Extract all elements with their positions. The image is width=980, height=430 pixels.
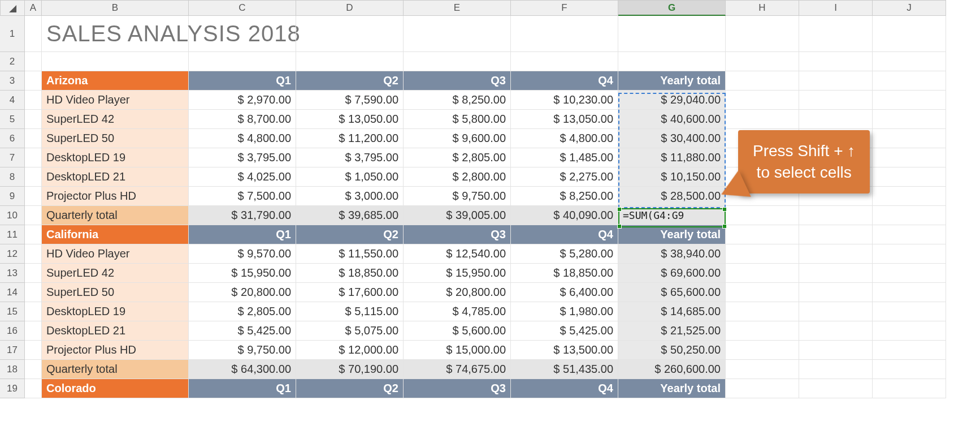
product-name[interactable]: DesktopLED 19 [42, 148, 189, 167]
cell-blank[interactable] [873, 302, 946, 321]
product-name[interactable]: HD Video Player [42, 91, 189, 110]
row-header-4[interactable]: 4 [0, 91, 25, 110]
cell-blank[interactable] [873, 187, 946, 206]
product-name[interactable]: Projector Plus HD [42, 187, 189, 206]
cell-blank[interactable] [726, 16, 799, 52]
q-header[interactable]: Q4 [511, 71, 618, 91]
cell-blank[interactable] [873, 341, 946, 360]
row-header-11[interactable]: 11 [0, 225, 25, 244]
cell-blank[interactable] [873, 16, 946, 52]
value-cell[interactable]: $ 3,000.00 [296, 187, 404, 206]
cell-blank[interactable] [873, 91, 946, 110]
cell-blank[interactable] [799, 16, 873, 52]
cell-blank[interactable] [799, 302, 873, 321]
value-cell[interactable]: $ 4,785.00 [404, 302, 511, 321]
value-cell[interactable]: $ 1,485.00 [511, 148, 618, 167]
yearly-total-header[interactable]: Yearly total [618, 379, 726, 398]
cell-blank[interactable] [873, 129, 946, 148]
cell-A5[interactable] [25, 110, 42, 129]
cell-A13[interactable] [25, 264, 42, 283]
formula-editing-cell[interactable]: =SUM(G4:G9 [618, 206, 726, 225]
product-name[interactable]: SuperLED 42 [42, 110, 189, 129]
page-title[interactable]: SALES ANALYSIS 2018 [42, 16, 189, 52]
cell-blank[interactable] [873, 148, 946, 167]
value-cell[interactable]: $ 5,075.00 [296, 321, 404, 341]
row-header-19[interactable]: 19 [0, 379, 25, 398]
cell-blank[interactable] [726, 110, 799, 129]
cell-A15[interactable] [25, 302, 42, 321]
value-cell[interactable]: $ 1,050.00 [296, 167, 404, 187]
value-cell[interactable]: $ 7,500.00 [189, 187, 296, 206]
cell-A9[interactable] [25, 187, 42, 206]
row-header-1[interactable]: 1 [0, 16, 25, 52]
value-cell[interactable]: $ 3,795.00 [296, 148, 404, 167]
cell-blank[interactable] [799, 264, 873, 283]
yearly-total-cell[interactable]: $ 29,040.00 [618, 91, 726, 110]
value-cell[interactable]: $ 7,590.00 [296, 91, 404, 110]
row-header-3[interactable]: 3 [0, 71, 25, 91]
row-header-10[interactable]: 10 [0, 206, 25, 225]
value-cell[interactable]: $ 2,805.00 [189, 302, 296, 321]
q-header[interactable]: Q3 [404, 225, 511, 244]
quarterly-total-label[interactable]: Quarterly total [42, 206, 189, 225]
q-header[interactable]: Q3 [404, 71, 511, 91]
value-cell[interactable]: $ 5,115.00 [296, 302, 404, 321]
quarterly-total-cell[interactable]: $ 70,190.00 [296, 360, 404, 379]
cell-blank[interactable] [726, 379, 799, 398]
value-cell[interactable]: $ 5,280.00 [511, 244, 618, 264]
cell-blank[interactable] [873, 206, 946, 225]
yearly-total-cell[interactable]: $ 14,685.00 [618, 302, 726, 321]
product-name[interactable]: HD Video Player [42, 244, 189, 264]
column-header-I[interactable]: I [799, 0, 873, 16]
cell-blank[interactable] [726, 341, 799, 360]
select-all-corner[interactable]: ◢ [0, 0, 25, 16]
value-cell[interactable]: $ 15,950.00 [404, 264, 511, 283]
cell-blank[interactable] [873, 167, 946, 187]
region-header[interactable]: Arizona [42, 71, 189, 91]
quarterly-total-cell[interactable]: $ 40,090.00 [511, 206, 618, 225]
value-cell[interactable]: $ 13,050.00 [511, 110, 618, 129]
cell-blank[interactable] [873, 110, 946, 129]
yearly-total-header[interactable]: Yearly total [618, 225, 726, 244]
column-header-H[interactable]: H [726, 0, 799, 16]
cell-blank[interactable] [726, 225, 799, 244]
cell-A11[interactable] [25, 225, 42, 244]
yearly-total-cell[interactable]: $ 11,880.00 [618, 148, 726, 167]
value-cell[interactable]: $ 15,950.00 [189, 264, 296, 283]
cell-blank[interactable] [799, 379, 873, 398]
value-cell[interactable]: $ 20,800.00 [404, 283, 511, 302]
quarterly-total-cell[interactable]: $ 74,675.00 [404, 360, 511, 379]
yearly-total-cell[interactable]: $ 38,940.00 [618, 244, 726, 264]
cell-blank[interactable] [799, 225, 873, 244]
value-cell[interactable]: $ 13,500.00 [511, 341, 618, 360]
cell-blank[interactable] [726, 302, 799, 321]
column-header-F[interactable]: F [511, 0, 618, 16]
cell-A7[interactable] [25, 148, 42, 167]
cell-blank[interactable] [873, 379, 946, 398]
yearly-total-cell[interactable]: $ 260,600.00 [618, 360, 726, 379]
row-header-17[interactable]: 17 [0, 341, 25, 360]
value-cell[interactable]: $ 1,980.00 [511, 302, 618, 321]
quarterly-total-cell[interactable]: $ 64,300.00 [189, 360, 296, 379]
cell-blank[interactable] [873, 244, 946, 264]
cell-blank[interactable] [873, 225, 946, 244]
cell-A10[interactable] [25, 206, 42, 225]
row-header-7[interactable]: 7 [0, 148, 25, 167]
value-cell[interactable]: $ 5,800.00 [404, 110, 511, 129]
product-name[interactable]: DesktopLED 19 [42, 302, 189, 321]
cell-blank[interactable] [404, 16, 511, 52]
quarterly-total-cell[interactable]: $ 51,435.00 [511, 360, 618, 379]
product-name[interactable]: SuperLED 50 [42, 283, 189, 302]
yearly-total-cell[interactable]: $ 30,400.00 [618, 129, 726, 148]
value-cell[interactable]: $ 18,850.00 [296, 264, 404, 283]
q-header[interactable]: Q3 [404, 379, 511, 398]
cell-blank[interactable] [799, 283, 873, 302]
column-header-A[interactable]: A [25, 0, 42, 16]
column-header-B[interactable]: B [42, 0, 189, 16]
q-header[interactable]: Q1 [189, 379, 296, 398]
value-cell[interactable]: $ 4,800.00 [511, 129, 618, 148]
yearly-total-cell[interactable]: $ 10,150.00 [618, 167, 726, 187]
cell-blank[interactable] [726, 264, 799, 283]
value-cell[interactable]: $ 13,050.00 [296, 110, 404, 129]
cell-A1[interactable] [25, 16, 42, 52]
